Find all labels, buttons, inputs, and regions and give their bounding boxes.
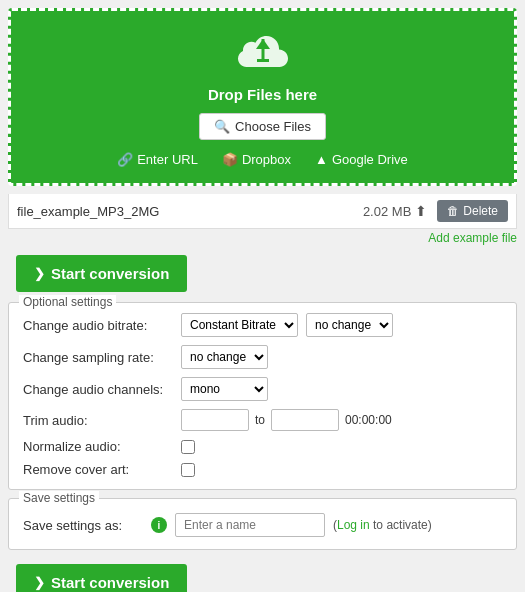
add-example-row: Add example file (0, 229, 525, 249)
drop-zone[interactable]: Drop Files here 🔍 Choose Files 🔗 Enter U… (8, 8, 517, 186)
sampling-rate-label: Change sampling rate: (23, 350, 173, 365)
audio-channels-select[interactable]: mono stereo no change (181, 377, 268, 401)
link-icon: 🔗 (117, 152, 133, 167)
optional-settings-legend: Optional settings (19, 295, 116, 309)
save-row: Save settings as: i (Log in to activate) (23, 513, 502, 537)
save-settings-label: Save settings as: (23, 518, 143, 533)
drop-text: Drop Files here (21, 86, 504, 103)
upload-icon: ⬆ (415, 203, 427, 219)
trash-icon: 🗑 (447, 204, 459, 218)
trim-start-input[interactable] (181, 409, 249, 431)
audio-bitrate-row: Change audio bitrate: Constant Bitrate V… (23, 313, 502, 337)
drive-icon: ▲ (315, 152, 328, 167)
google-drive-link[interactable]: ▲ Google Drive (315, 152, 408, 167)
optional-settings-section: Optional settings Change audio bitrate: … (8, 302, 517, 490)
add-example-link[interactable]: Add example file (428, 231, 517, 245)
audio-channels-row: Change audio channels: mono stereo no ch… (23, 377, 502, 401)
start-conversion-top-area: ❯ Start conversion (8, 249, 517, 298)
extra-links-row: 🔗 Enter URL 📦 Dropbox ▲ Google Drive (21, 152, 504, 167)
start-conversion-bottom-area: ❯ Start conversion (8, 558, 517, 592)
bitrate-value-select[interactable]: no change 64 kbps 128 kbps 192 kbps 320 … (306, 313, 393, 337)
normalize-audio-checkbox[interactable] (181, 440, 195, 454)
chevron-right-icon-bottom: ❯ (34, 575, 45, 590)
trim-audio-row: Trim audio: to 00:00:00 (23, 409, 502, 431)
file-size: 2.02 MB ⬆ (363, 203, 427, 219)
dropbox-link[interactable]: 📦 Dropbox (222, 152, 291, 167)
svg-rect-3 (257, 59, 269, 62)
normalize-audio-label: Normalize audio: (23, 439, 173, 454)
delete-button[interactable]: 🗑 Delete (437, 200, 508, 222)
start-conversion-button-top[interactable]: ❯ Start conversion (16, 255, 187, 292)
file-name: file_example_MP3_2MG (17, 204, 363, 219)
trim-time-label: 00:00:00 (345, 413, 392, 427)
cloud-upload-icon (237, 31, 289, 78)
chevron-right-icon: ❯ (34, 266, 45, 281)
choose-files-button[interactable]: 🔍 Choose Files (199, 113, 326, 140)
normalize-audio-row: Normalize audio: (23, 439, 502, 454)
remove-cover-checkbox[interactable] (181, 463, 195, 477)
search-icon: 🔍 (214, 119, 230, 134)
trim-to-label: to (255, 413, 265, 427)
trim-end-input[interactable] (271, 409, 339, 431)
start-conversion-button-bottom[interactable]: ❯ Start conversion (16, 564, 187, 592)
save-name-input[interactable] (175, 513, 325, 537)
login-link-text: (Log in to activate) (333, 518, 432, 532)
save-settings-section: Save settings Save settings as: i (Log i… (8, 498, 517, 550)
audio-channels-label: Change audio channels: (23, 382, 173, 397)
enter-url-link[interactable]: 🔗 Enter URL (117, 152, 198, 167)
trim-inputs: to 00:00:00 (181, 409, 392, 431)
sampling-rate-row: Change sampling rate: no change 22050 Hz… (23, 345, 502, 369)
remove-cover-label: Remove cover art: (23, 462, 173, 477)
trim-audio-label: Trim audio: (23, 413, 173, 428)
bitrate-type-select[interactable]: Constant Bitrate Variable Bitrate (181, 313, 298, 337)
remove-cover-row: Remove cover art: (23, 462, 502, 477)
sampling-rate-select[interactable]: no change 22050 Hz 44100 Hz 48000 Hz (181, 345, 268, 369)
save-settings-legend: Save settings (19, 491, 99, 505)
audio-bitrate-label: Change audio bitrate: (23, 318, 173, 333)
dropbox-icon: 📦 (222, 152, 238, 167)
info-icon[interactable]: i (151, 517, 167, 533)
login-link[interactable]: Log in (337, 518, 370, 532)
file-row: file_example_MP3_2MG 2.02 MB ⬆ 🗑 Delete (8, 194, 517, 229)
